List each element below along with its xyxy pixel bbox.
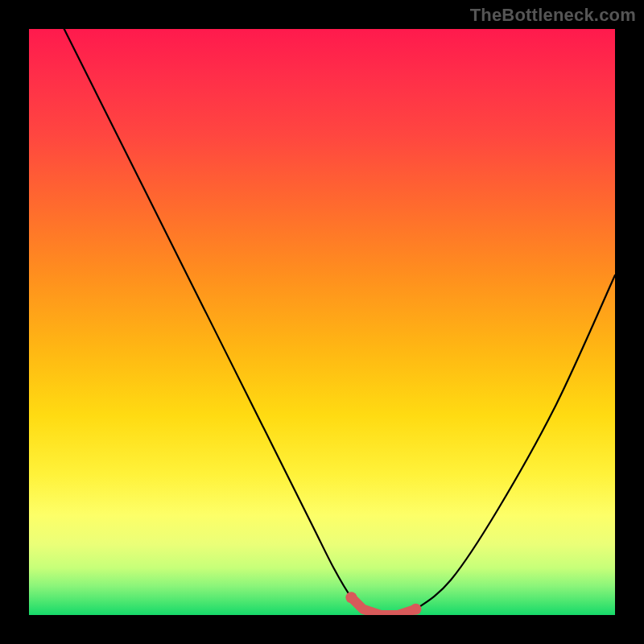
optimal-flat-dot xyxy=(411,604,422,615)
plot-area xyxy=(29,29,615,615)
watermark-text: TheBottleneck.com xyxy=(470,5,636,26)
optimal-flat-dot xyxy=(345,592,357,603)
optimal-flat-region xyxy=(351,597,415,615)
curve-svg xyxy=(29,29,615,615)
bottleneck-curve xyxy=(64,29,615,615)
chart-frame: TheBottleneck.com xyxy=(0,0,644,644)
